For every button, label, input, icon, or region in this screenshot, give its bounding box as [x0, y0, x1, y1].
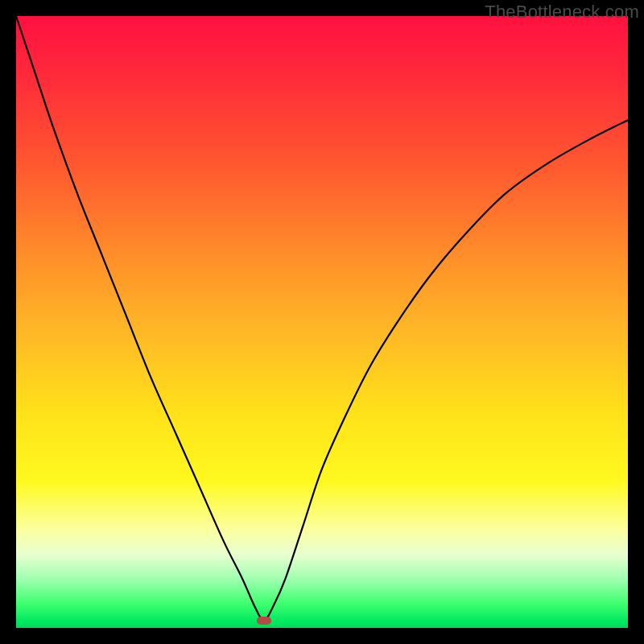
chart-frame [16, 16, 628, 628]
minimum-marker [257, 617, 271, 625]
watermark-text: TheBottleneck.com [485, 2, 639, 23]
bottleneck-curve [16, 16, 628, 628]
